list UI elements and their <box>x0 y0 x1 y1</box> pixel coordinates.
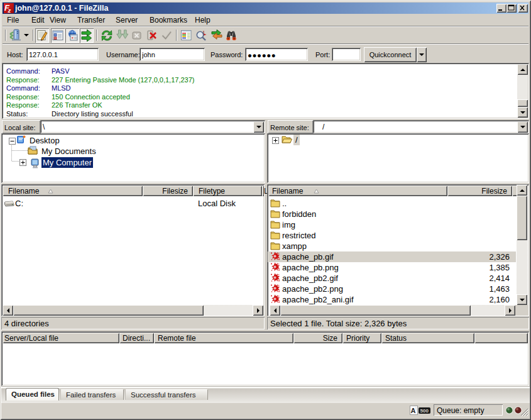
svg-text:500: 500 <box>420 408 429 414</box>
svg-text:A: A <box>411 407 416 414</box>
svg-text:z: z <box>8 7 11 13</box>
